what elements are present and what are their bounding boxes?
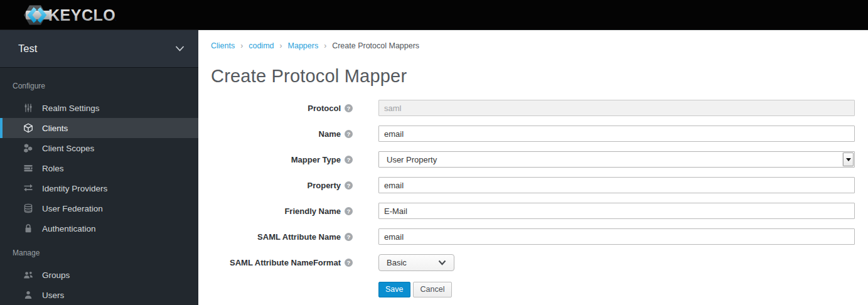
form-actions: Save Cancel [211,281,855,297]
saml-attribute-name-label: SAML Attribute Name [257,232,341,242]
sidebar-item-label: Clients [42,124,68,133]
keycloak-logo-icon: KEYCLOAK [16,3,116,28]
help-icon[interactable]: ? [345,130,353,138]
cube-icon [23,123,33,134]
arrows-swap-icon [23,183,33,194]
form-row-saml-attribute-nameformat: SAML Attribute NameFormat ? Basic [211,254,855,270]
sidebar-item-label: Groups [42,270,70,280]
form-row-name: Name ? [211,126,855,142]
sidebar-item-label: Client Scopes [42,144,94,153]
sidebar-item-label: Roles [42,164,64,173]
svg-text:KEYCLOAK: KEYCLOAK [48,6,116,24]
help-icon[interactable]: ? [345,207,353,215]
cancel-button[interactable]: Cancel [413,282,453,297]
sidebar-item-users[interactable]: Users [0,285,198,305]
name-input[interactable] [378,126,855,142]
sidebar-item-identity-providers[interactable]: Identity Providers [0,178,198,198]
breadcrumb-codimd[interactable]: codimd [249,41,274,50]
protocol-input [378,100,855,116]
database-icon [23,203,33,214]
mapper-type-value: User Property [387,155,437,164]
page-title: Create Protocol Mapper [211,66,855,87]
lock-icon [23,223,33,234]
form-row-property: Property ? [211,177,855,193]
sidebar-nav: Configure Realm Settings Clie [0,68,198,305]
sidebar-item-label: User Federation [42,204,103,213]
breadcrumb-separator: › [240,41,243,50]
save-button[interactable]: Save [378,282,410,297]
mapper-type-select[interactable]: User Property [378,151,855,168]
sidebar-item-label: Realm Settings [42,104,100,113]
select-arrow-icon [843,152,854,166]
protocol-label: Protocol [308,104,341,113]
saml-attribute-nameformat-label: SAML Attribute NameFormat [230,258,341,267]
property-label: Property [308,181,341,190]
realm-name: Test [18,43,37,55]
breadcrumb-mappers[interactable]: Mappers [288,41,319,50]
breadcrumb-clients[interactable]: Clients [211,41,235,50]
sidebar-item-authentication[interactable]: Authentication [0,218,198,238]
mapper-type-label: Mapper Type [291,155,341,164]
roles-list-icon [23,163,33,174]
help-icon[interactable]: ? [345,181,353,190]
help-icon[interactable]: ? [345,233,353,241]
form-row-protocol: Protocol ? [211,100,855,116]
form-row-saml-attribute-name: SAML Attribute Name ? [211,228,855,245]
chevron-down-icon [175,46,185,51]
friendly-name-input[interactable] [378,203,855,219]
cubes-icon [23,143,33,154]
chevron-down-icon [438,260,446,265]
sidebar-item-user-federation[interactable]: User Federation [0,198,198,218]
nameformat-value: Basic [387,258,407,267]
sidebar-item-groups[interactable]: Groups [0,265,198,285]
breadcrumb-separator: › [280,41,282,50]
sidebar-item-roles[interactable]: Roles [0,158,198,178]
form-row-mapper-type: Mapper Type ? User Property [211,151,855,168]
main-content: Clients › codimd › Mappers › Create Prot… [198,30,868,305]
breadcrumb-current: Create Protocol Mappers [332,41,419,50]
friendly-name-label: Friendly Name [284,206,341,216]
sidebar: Test Configure Realm Settings [0,30,198,305]
realm-selector[interactable]: Test [0,30,198,68]
saml-attribute-name-input[interactable] [378,228,855,245]
breadcrumb-separator: › [324,41,326,50]
form-row-friendly-name: Friendly Name ? [211,203,855,219]
property-input[interactable] [378,177,855,193]
sidebar-item-clients[interactable]: Clients [0,118,198,138]
keycloak-logo: KEYCLOAK [16,3,116,28]
nav-section-manage: Manage [13,249,198,257]
user-icon [23,290,33,301]
sidebar-item-client-scopes[interactable]: Client Scopes [0,138,198,158]
group-icon [23,270,33,281]
top-navbar: KEYCLOAK [0,0,868,30]
create-protocol-mapper-form: Protocol ? Name ? Mapper Type [211,100,855,297]
sidebar-item-label: Authentication [42,224,96,233]
nav-section-configure: Configure [13,82,198,90]
sidebar-item-label: Users [42,291,64,300]
breadcrumb: Clients › codimd › Mappers › Create Prot… [211,41,855,50]
name-label: Name [319,129,341,139]
sidebar-item-realm-settings[interactable]: Realm Settings [0,98,198,118]
help-icon[interactable]: ? [345,104,353,112]
sliders-icon [23,103,33,114]
saml-attribute-nameformat-select[interactable]: Basic [378,254,454,271]
sidebar-item-label: Identity Providers [42,184,107,193]
help-icon[interactable]: ? [345,259,353,267]
help-icon[interactable]: ? [345,156,353,164]
